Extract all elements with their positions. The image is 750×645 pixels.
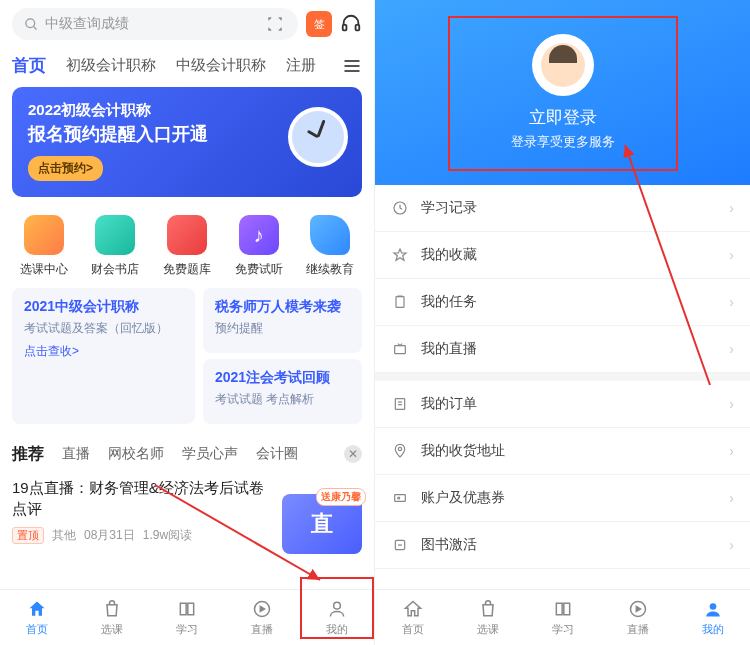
menu-account[interactable]: 账户及优惠券› <box>375 475 750 522</box>
svg-point-19 <box>398 497 400 499</box>
rtab-teachers[interactable]: 网校名师 <box>108 445 164 463</box>
quick-edu[interactable]: 继续教育 <box>306 215 354 278</box>
tab-study-btn[interactable]: 学习 <box>150 590 225 645</box>
menu-favorites[interactable]: 我的收藏› <box>375 232 750 279</box>
chevron-right-icon: › <box>729 443 734 459</box>
search-bar: 中级查询成绩 签 <box>0 0 374 48</box>
clock-icon <box>391 199 409 217</box>
card-tax[interactable]: 税务师万人模考来袭 预约提醒 <box>203 288 362 353</box>
chevron-right-icon: › <box>729 341 734 357</box>
article-title: 19点直播：财务管理&经济法考后试卷点评 <box>12 477 272 519</box>
profile-header: 立即登录 登录享受更多服务 <box>375 0 750 185</box>
article-item[interactable]: 19点直播：财务管理&经济法考后试卷点评 置顶 其他 08月31日 1.9w阅读… <box>0 469 374 552</box>
play-circle-icon <box>627 598 649 620</box>
menu-tasks[interactable]: 我的任务› <box>375 279 750 326</box>
home-icon <box>402 598 424 620</box>
order-icon <box>391 395 409 413</box>
login-subtitle: 登录享受更多服务 <box>511 133 615 151</box>
scan-icon[interactable] <box>264 13 286 35</box>
rtab-circle[interactable]: 会计圈 <box>256 445 298 463</box>
list-icon <box>167 215 207 255</box>
pinned-tag: 置顶 <box>12 527 44 544</box>
play-icon <box>24 215 64 255</box>
screen-profile: 立即登录 登录享受更多服务 学习记录› 我的收藏› 我的任务› 我的直播› 我的… <box>375 0 750 645</box>
menu-icon[interactable] <box>342 58 362 74</box>
promo-cards: 2021中级会计职称 考试试题及答案（回忆版） 点击查收> 税务师万人模考来袭 … <box>0 288 374 436</box>
rtab-voices[interactable]: 学员心声 <box>182 445 238 463</box>
home-icon <box>26 598 48 620</box>
search-icon <box>24 17 39 32</box>
chevron-right-icon: › <box>729 200 734 216</box>
chevron-right-icon: › <box>729 396 734 412</box>
tab-study-btn[interactable]: 学习 <box>525 590 600 645</box>
card-cpa-review[interactable]: 2021注会考试回顾 考试试题 考点解析 <box>203 359 362 424</box>
tv-icon <box>391 340 409 358</box>
svg-line-1 <box>33 26 36 29</box>
rtab-recommend[interactable]: 推荐 <box>12 444 44 465</box>
tab-mid[interactable]: 中级会计职称 <box>176 56 266 75</box>
svg-point-17 <box>398 447 401 450</box>
clipboard-icon <box>391 293 409 311</box>
checkin-button[interactable]: 签 <box>306 11 332 37</box>
tab-cpa[interactable]: 注册 <box>286 56 316 75</box>
menu-live[interactable]: 我的直播› <box>375 326 750 373</box>
bag-icon <box>101 598 123 620</box>
user-icon <box>702 598 724 620</box>
annotation-highlight <box>300 577 374 639</box>
star-icon <box>391 246 409 264</box>
card-midexam[interactable]: 2021中级会计职称 考试试题及答案（回忆版） 点击查收> <box>12 288 195 424</box>
tab-live-btn[interactable]: 直播 <box>600 590 675 645</box>
svg-rect-3 <box>356 25 360 30</box>
quick-courses[interactable]: 选课中心 <box>20 215 68 278</box>
promo-banner[interactable]: 2022初级会计职称 报名预约提醒入口开通 点击预约> <box>12 87 362 197</box>
play-circle-icon <box>251 598 273 620</box>
quick-nav: 选课中心 财会书店 免费题库 ♪免费试听 继续教育 <box>0 209 374 288</box>
tab-home[interactable]: 首页 <box>12 54 46 77</box>
menu-book-activate[interactable]: 图书激活› <box>375 522 750 569</box>
tab-bar: 首页 选课 学习 直播 我的 <box>375 589 750 645</box>
chevron-right-icon: › <box>729 490 734 506</box>
menu-group-1: 学习记录› 我的收藏› 我的任务› 我的直播› <box>375 185 750 373</box>
coupon-icon <box>391 489 409 507</box>
close-icon[interactable]: ✕ <box>344 445 362 463</box>
menu-group-2: 我的订单› 我的收货地址› 账户及优惠券› 图书激活› <box>375 381 750 569</box>
quick-trial[interactable]: ♪免费试听 <box>235 215 283 278</box>
tab-home-btn[interactable]: 首页 <box>0 590 75 645</box>
recommend-tabs: 推荐 直播 网校名师 学员心声 会计圈 ✕ <box>0 436 374 469</box>
tab-junior[interactable]: 初级会计职称 <box>66 56 156 75</box>
headphone-icon: ♪ <box>239 215 279 255</box>
svg-rect-2 <box>343 25 347 30</box>
svg-rect-12 <box>396 297 404 308</box>
tab-home-btn[interactable]: 首页 <box>375 590 450 645</box>
chevron-right-icon: › <box>729 247 734 263</box>
gift-badge: 送康乃馨 <box>316 488 366 506</box>
tab-select-btn[interactable]: 选课 <box>450 590 525 645</box>
tab-live-btn[interactable]: 直播 <box>224 590 299 645</box>
support-icon[interactable] <box>340 13 362 35</box>
chevron-right-icon: › <box>729 294 734 310</box>
chevron-right-icon: › <box>729 537 734 553</box>
location-icon <box>391 442 409 460</box>
key-icon <box>391 536 409 554</box>
rtab-live[interactable]: 直播 <box>62 445 90 463</box>
svg-point-22 <box>709 603 716 610</box>
screen-home: 中级查询成绩 签 首页 初级会计职称 中级会计职称 注册 2022初级会计职称 … <box>0 0 375 645</box>
svg-point-0 <box>26 18 35 27</box>
banner-cta[interactable]: 点击预约> <box>28 156 103 181</box>
divider <box>375 373 750 381</box>
book-open-icon <box>552 598 574 620</box>
menu-study-record[interactable]: 学习记录› <box>375 185 750 232</box>
tab-me-btn[interactable]: 我的 <box>675 590 750 645</box>
search-input[interactable]: 中级查询成绩 <box>12 8 298 40</box>
book-icon <box>95 215 135 255</box>
article-thumbnail: 直 送康乃馨 <box>282 494 362 554</box>
menu-orders[interactable]: 我的订单› <box>375 381 750 428</box>
quick-questions[interactable]: 免费题库 <box>163 215 211 278</box>
svg-rect-14 <box>395 399 404 410</box>
clock-icon <box>288 107 348 167</box>
menu-address[interactable]: 我的收货地址› <box>375 428 750 475</box>
svg-rect-13 <box>395 346 406 354</box>
tab-select-btn[interactable]: 选课 <box>75 590 150 645</box>
bag-icon <box>477 598 499 620</box>
quick-bookstore[interactable]: 财会书店 <box>91 215 139 278</box>
